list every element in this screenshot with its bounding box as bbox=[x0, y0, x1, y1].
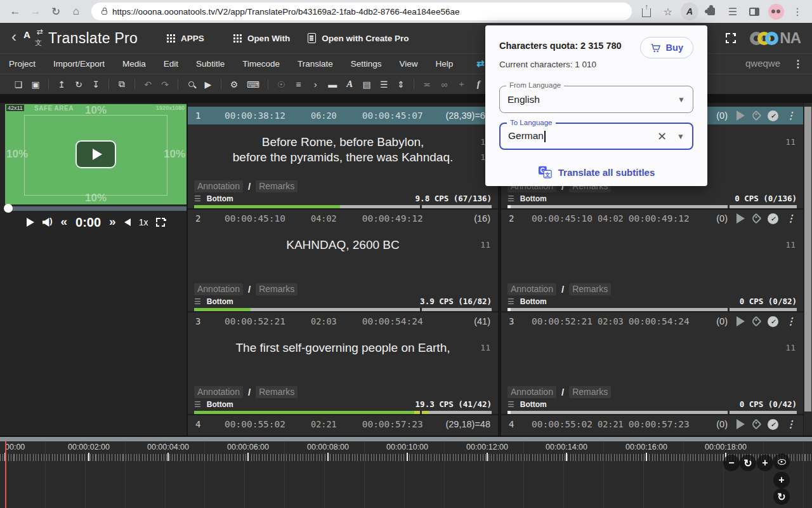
bookmark-star-icon[interactable]: ☆ bbox=[658, 2, 678, 21]
menu-help[interactable]: Help bbox=[427, 54, 462, 74]
subtitle-row-header[interactable]: 1 00:00:38:12 06:20 00:00:45:07 (28,39)=… bbox=[188, 107, 498, 124]
prev-frame-button[interactable] bbox=[124, 218, 131, 226]
tag-icon[interactable] bbox=[751, 213, 762, 224]
subtitle-line[interactable] bbox=[501, 253, 803, 268]
start-timecode[interactable]: 00:00:45:10 bbox=[225, 213, 285, 224]
extension-a-icon[interactable]: A bbox=[680, 2, 699, 21]
subtitle-row[interactable]: 2 00:00:45:10 04:02 00:00:49:12 (0) ✓ ⋮ bbox=[501, 210, 803, 312]
remarks-chip[interactable]: Remarks bbox=[256, 283, 298, 295]
subtitle-line[interactable] bbox=[501, 237, 803, 253]
subtitle-row-header[interactable]: 3 00:00:52:21 02:03 00:00:54:24 (0) ✓ ⋮ bbox=[501, 312, 803, 330]
timeline-vertical-zoom-in-button[interactable]: + bbox=[773, 472, 790, 488]
from-language-field[interactable]: From Language English ▼ bbox=[499, 86, 693, 113]
end-timecode[interactable]: 00:00:54:24 bbox=[362, 316, 423, 326]
rewind-button[interactable]: « bbox=[61, 215, 68, 227]
subtitle-line[interactable]: before the pyramids, there was Kahndaq. bbox=[188, 150, 498, 165]
browser-menu-icon[interactable]: ⋮ bbox=[788, 2, 807, 21]
divider[interactable] bbox=[48, 79, 49, 90]
menu-translate[interactable]: Translate bbox=[289, 54, 342, 74]
new-file-icon[interactable]: ❏ bbox=[14, 79, 23, 90]
subtitle-line[interactable]: KAHNDAQ, 2600 BC bbox=[188, 237, 498, 253]
add-icon[interactable]: ＋ bbox=[457, 79, 466, 90]
annotation-chip[interactable]: Annotation bbox=[194, 180, 243, 192]
subtitle-line[interactable]: The first self-governing people on Earth… bbox=[188, 340, 498, 356]
play-subtitle-icon[interactable] bbox=[737, 213, 745, 224]
align-lines-icon[interactable]: ☰ bbox=[379, 79, 388, 90]
extensions-puzzle-icon[interactable] bbox=[702, 2, 721, 21]
remarks-chip[interactable]: Remarks bbox=[256, 386, 298, 398]
timeline-zoom-in-button[interactable]: + bbox=[757, 455, 773, 471]
to-language-field[interactable]: To Language German ✕ ▼ bbox=[499, 123, 693, 150]
annotation-chip[interactable]: Annotation bbox=[194, 386, 243, 398]
keyboard-icon[interactable]: ⌨ bbox=[247, 79, 259, 90]
subtitle-row-header[interactable]: 3 00:00:52:21 02:03 00:00:54:24 (41) bbox=[188, 312, 498, 330]
subtitle-text-area[interactable]: KAHNDAQ, 2600 BC 11 bbox=[188, 227, 498, 282]
subtitle-line[interactable]: Before Rome, before Babylon, bbox=[188, 135, 498, 150]
play-subtitle-icon[interactable] bbox=[737, 316, 745, 326]
save-icon[interactable]: ▣ bbox=[31, 79, 40, 90]
menu-timecode[interactable]: Timecode bbox=[233, 54, 289, 74]
menu-view[interactable]: View bbox=[390, 54, 426, 74]
list-lines-icon[interactable]: ≡ bbox=[294, 79, 303, 90]
chevron-down-icon[interactable]: ▼ bbox=[678, 95, 685, 104]
duplicate-icon[interactable]: ⧉ bbox=[117, 79, 126, 90]
italic-f-icon[interactable]: f bbox=[474, 79, 483, 90]
subtitle-line[interactable] bbox=[501, 356, 803, 371]
menu-settings[interactable]: Settings bbox=[342, 54, 391, 74]
redo-icon[interactable]: ↷ bbox=[160, 79, 169, 90]
browser-forward-button[interactable]: → bbox=[25, 1, 46, 22]
play-button[interactable] bbox=[27, 218, 34, 227]
open-with-create-pro-button[interactable]: Open with Create Pro bbox=[308, 33, 409, 43]
position-label[interactable]: Bottom bbox=[520, 297, 547, 306]
end-timecode[interactable]: 00:00:49:12 bbox=[362, 213, 423, 224]
timeline[interactable]: 00:00 00:00:02:00 00:00:04:00 00:00:06:0… bbox=[0, 436, 812, 508]
position-label[interactable]: Bottom bbox=[207, 194, 233, 203]
play-overlay-button[interactable] bbox=[75, 140, 116, 168]
end-timecode[interactable]: 00:00:57:23 bbox=[362, 419, 423, 429]
divider[interactable] bbox=[108, 79, 109, 90]
start-timecode[interactable]: 00:00:55:02 bbox=[225, 419, 285, 429]
menu-media[interactable]: Media bbox=[114, 54, 155, 74]
position-label[interactable]: Bottom bbox=[520, 400, 547, 409]
share-icon[interactable] bbox=[637, 2, 656, 21]
seek-handle[interactable] bbox=[4, 204, 13, 213]
annotation-chip[interactable]: Annotation bbox=[508, 386, 556, 398]
row-menu-icon[interactable]: ⋮ bbox=[786, 214, 796, 224]
tag-icon[interactable] bbox=[751, 419, 762, 430]
address-bar[interactable]: https://ooona.ooonatools.tv/V2/app/Trans… bbox=[91, 3, 632, 20]
start-timecode[interactable]: 00:00:38:12 bbox=[225, 110, 285, 121]
timeline-visibility-button[interactable] bbox=[773, 453, 790, 470]
tag-icon[interactable] bbox=[751, 110, 762, 121]
start-timecode[interactable]: 00:00:52:21 bbox=[225, 316, 285, 326]
link-icon[interactable]: ∞ bbox=[440, 79, 449, 90]
subtitle-row-header[interactable]: 2 00:00:45:10 04:02 00:00:49:12 (0) ✓ ⋮ bbox=[501, 210, 803, 227]
subtitle-text-area[interactable]: The first self-governing people on Earth… bbox=[188, 330, 498, 385]
position-label[interactable]: Bottom bbox=[520, 194, 547, 203]
menu-edit[interactable]: Edit bbox=[155, 54, 187, 74]
divider[interactable] bbox=[414, 79, 414, 90]
start-timecode[interactable]: 00:00:45:10 bbox=[532, 213, 593, 224]
annotation-chip[interactable]: Annotation bbox=[508, 283, 556, 295]
playback-speed[interactable]: 1x bbox=[139, 217, 148, 227]
vertical-scrollbar[interactable] bbox=[803, 103, 812, 436]
open-with-button[interactable]: Open With bbox=[233, 34, 290, 43]
subtitle-line[interactable] bbox=[188, 253, 498, 268]
timeline-horizontal-scrollbar[interactable] bbox=[0, 437, 812, 441]
chevron-icon[interactable]: › bbox=[311, 79, 320, 90]
timeline-vertical-zoom-reset-button[interactable]: ↻ bbox=[773, 488, 790, 505]
annotation-chip[interactable]: Annotation bbox=[194, 283, 243, 295]
subtitle-text-area[interactable]: Before Rome, before Babylon, before the … bbox=[188, 124, 498, 179]
row-menu-icon[interactable]: ⋮ bbox=[786, 111, 796, 121]
duration[interactable]: 04:02 bbox=[598, 213, 624, 224]
end-timecode[interactable]: 00:00:57:23 bbox=[629, 419, 690, 429]
divider[interactable] bbox=[268, 79, 268, 90]
bulb-icon[interactable]: ☉ bbox=[277, 79, 285, 90]
playhead[interactable] bbox=[5, 441, 6, 508]
forward-button[interactable]: » bbox=[109, 215, 116, 227]
chevron-down-icon[interactable]: ▼ bbox=[677, 132, 684, 141]
subtitle-row[interactable]: 1 00:00:38:12 06:20 00:00:45:07 (28,39)=… bbox=[188, 107, 498, 210]
font-style-icon[interactable]: A bbox=[345, 79, 354, 90]
end-timecode[interactable]: 00:00:49:12 bbox=[629, 213, 690, 224]
timeline-zoom-reset-button[interactable]: ↻ bbox=[740, 455, 756, 471]
divider[interactable] bbox=[221, 79, 221, 90]
